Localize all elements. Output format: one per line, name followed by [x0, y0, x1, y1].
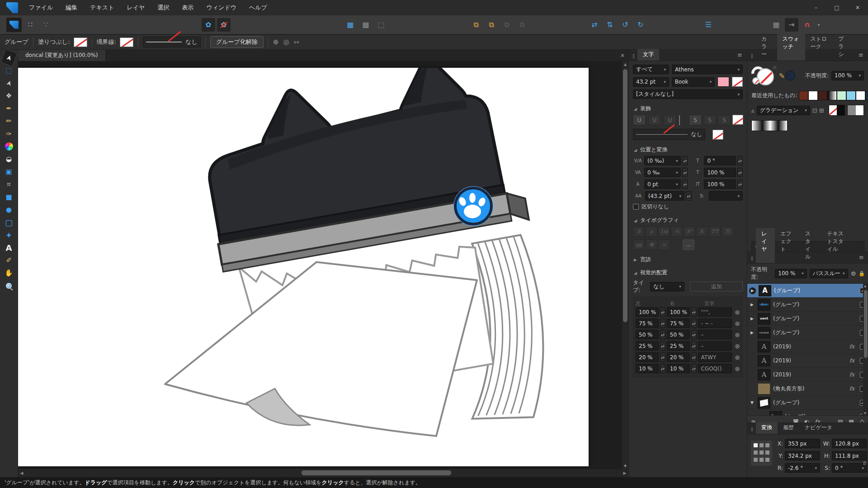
characters-input[interactable]: –	[698, 330, 732, 339]
panel-grip[interactable]: ∥	[747, 427, 756, 434]
underline-button-1[interactable]: U	[648, 115, 661, 125]
spinner-icon[interactable]: ▲▼	[660, 352, 665, 362]
glyph-button-2[interactable]: υ	[658, 239, 670, 250]
ligature-button-5[interactable]: S.	[696, 226, 708, 237]
alignment-type-dropdown[interactable]: なし	[650, 282, 684, 291]
marquee-dotted-icon[interactable]: ▩	[359, 18, 373, 32]
border-swatch[interactable]	[120, 38, 133, 47]
spinner-icon[interactable]: ▲▼	[686, 191, 692, 201]
fill-stroke-selector[interactable]: ⤫	[751, 65, 778, 86]
layer-row[interactable]: ▼(グループ)	[747, 396, 868, 410]
panel-grip[interactable]: ∥	[747, 256, 756, 263]
to-front-icon[interactable]: ⧉	[500, 18, 514, 32]
recent-swatch-4[interactable]	[837, 91, 846, 100]
place-image-tool[interactable]: ▣	[2, 165, 16, 178]
spinner-icon[interactable]: ▲▼	[660, 307, 665, 317]
scroll-down-icon[interactable]: ▼	[622, 463, 628, 469]
decoration-color-swatch[interactable]	[712, 130, 723, 140]
shear-dropdown[interactable]: 0 °	[832, 463, 867, 473]
layer-expander-icon[interactable]: ▶	[749, 287, 756, 294]
right-percent-input[interactable]: 10 %	[667, 364, 690, 373]
ellipse-tool[interactable]: ●	[2, 203, 16, 216]
position-left-dropdown-3[interactable]: (43.2 pt)	[645, 191, 684, 201]
layers-scrollbar[interactable]: ▲ ▼	[863, 284, 868, 415]
anchor-dot-2[interactable]	[765, 443, 769, 447]
artistic-text-tool[interactable]: A	[2, 241, 16, 254]
spinner-icon[interactable]: ▲▼	[682, 168, 688, 177]
underline-color-swatch[interactable]	[679, 115, 680, 125]
add-swatch-icon[interactable]: ⊞	[819, 107, 824, 114]
snapping-magnet-icon[interactable]: ∩	[800, 18, 814, 32]
menu-view[interactable]: 表示	[175, 0, 200, 15]
characters-input[interactable]: ATWY	[698, 352, 732, 362]
panel-menu-icon[interactable]: ≡	[854, 52, 868, 61]
pencil-tool[interactable]: ✏	[2, 115, 16, 127]
font-weight-dropdown[interactable]: Book	[672, 77, 715, 87]
spinner-icon[interactable]: ▲▼	[682, 179, 688, 189]
underline-button-0[interactable]: U	[633, 115, 646, 125]
spinner-icon[interactable]: ▲▼	[737, 156, 743, 165]
alignment-icon[interactable]: ☰	[702, 18, 715, 32]
text-decoration-stroke-widget[interactable]: なし	[633, 129, 705, 140]
left-percent-input[interactable]: 20 %	[636, 352, 659, 362]
tab-ストローク[interactable]: ストローク	[805, 33, 833, 61]
left-percent-input[interactable]: 10 %	[636, 364, 659, 373]
snapping-caret-icon[interactable]: ▾	[816, 18, 822, 32]
left-percent-input[interactable]: 75 %	[636, 319, 659, 328]
position-left-dropdown-2[interactable]: 0 pt	[644, 179, 681, 189]
layers-scroll-down-icon[interactable]: ▼	[864, 412, 866, 415]
horizontal-scroll-thumb[interactable]	[302, 470, 451, 475]
menu-text[interactable]: テキスト	[84, 0, 120, 15]
menu-help[interactable]: ヘルプ	[243, 0, 274, 15]
left-percent-input[interactable]: 25 %	[636, 341, 659, 351]
underline-button-2[interactable]: U	[664, 115, 676, 125]
character-range-dropdown[interactable]: すべて	[633, 65, 669, 74]
layer-row[interactable]: (角丸長方形)fx	[747, 382, 868, 396]
layer-lock-icon[interactable]: 🔒	[859, 271, 865, 277]
remove-row-icon[interactable]: ⊗	[735, 343, 740, 350]
rotation-dropdown[interactable]: -2.6 °	[785, 463, 820, 473]
insert-none-icon[interactable]: ✿	[217, 18, 231, 32]
pixel-persona-icon[interactable]: ∷	[24, 18, 37, 32]
layer-expander-icon[interactable]: ▶	[749, 316, 755, 321]
fill-swatch[interactable]	[74, 38, 87, 47]
remove-row-icon[interactable]: ⊗	[735, 354, 740, 361]
ligature-button-1[interactable]: a	[646, 226, 657, 237]
tab-エフェクト[interactable]: エフェクト	[775, 228, 800, 263]
spinner-icon[interactable]: ▲▼	[691, 330, 697, 339]
document-tab[interactable]: doncal [変更あり] (100.0%)	[18, 50, 106, 61]
anchor-dot-4[interactable]	[760, 450, 764, 455]
remove-row-icon[interactable]: ⊗	[735, 331, 740, 338]
tab-スタイル[interactable]: スタイル	[800, 228, 821, 263]
menu-select[interactable]: 選択	[151, 0, 175, 15]
stroke-width-widget[interactable]: なし	[143, 37, 201, 47]
spinner-icon[interactable]: ▲▼	[691, 364, 697, 373]
color-picker-tool[interactable]: ✐	[2, 254, 16, 267]
panel-menu-icon[interactable]: ≡	[733, 52, 747, 61]
transform-origin-icon[interactable]: ⬚	[374, 18, 388, 32]
menu-layer[interactable]: レイヤ	[120, 0, 151, 15]
layer-row[interactable]: A(2019)fx	[747, 368, 868, 382]
gradient-strip-swatch[interactable]	[751, 120, 788, 131]
panel-menu-icon[interactable]: ≡	[854, 254, 868, 263]
canvas-viewport[interactable]: ▲ ▼	[18, 61, 628, 469]
w-input[interactable]: 120.8 px	[832, 439, 867, 448]
flip-horizontal-icon[interactable]: ⇄	[588, 18, 601, 32]
characters-input[interactable]: CGOQ()	[698, 364, 732, 373]
designer-persona-icon[interactable]	[6, 18, 22, 32]
layer-expander-icon[interactable]: ▶	[749, 330, 755, 335]
menu-file[interactable]: ファイル	[23, 0, 59, 15]
close-button[interactable]: ✕	[847, 0, 868, 15]
gradient-swatch-none-black[interactable]	[829, 105, 845, 116]
swap-fill-stroke-icon[interactable]: ⤫	[773, 65, 777, 70]
layer-row[interactable]: ▶A(グループ)	[747, 284, 868, 298]
layer-opacity-dropdown[interactable]: 100 %	[775, 269, 807, 278]
visual-alignment-section-header[interactable]: ◢ 視覚的配置	[633, 266, 743, 279]
glyph-button-0[interactable]: gg	[633, 239, 645, 250]
layer-gear-icon[interactable]: ⚙	[851, 270, 856, 277]
characters-input[interactable]: ''''',	[698, 307, 732, 317]
menu-window[interactable]: ウィンドウ	[200, 0, 243, 15]
strikethrough-button-2[interactable]: S	[718, 115, 731, 125]
vector-brush-tool[interactable]: ✑	[2, 127, 16, 140]
text-style-dropdown[interactable]: [スタイルなし]	[633, 89, 743, 99]
